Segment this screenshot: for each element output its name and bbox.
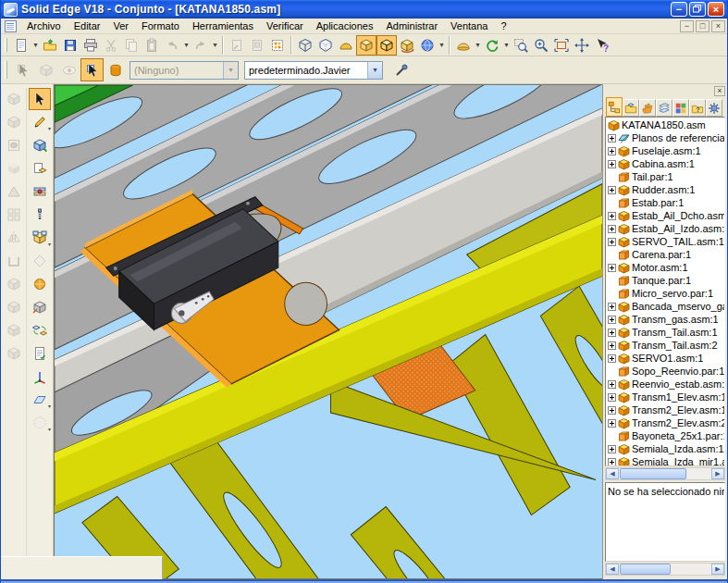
drag-part-button[interactable] xyxy=(29,296,51,318)
document-icon[interactable] xyxy=(5,20,17,32)
menu-ver[interactable]: Ver xyxy=(106,19,135,33)
expand-icon[interactable] xyxy=(608,160,616,168)
menu-verificar[interactable]: Verificar xyxy=(260,19,310,33)
expand-icon[interactable] xyxy=(608,445,616,453)
dropdown-caret-icon[interactable]: ▾ xyxy=(48,125,51,131)
zoom-button[interactable] xyxy=(531,35,551,56)
reference-plane-button[interactable]: ▾ xyxy=(29,389,51,411)
expand-icon[interactable] xyxy=(608,393,616,402)
tree-item-transm-tail-asm-1[interactable]: Transm_Tail.asm:1 xyxy=(608,326,724,339)
bolt-connection-button[interactable] xyxy=(29,204,51,226)
dropdown-caret-icon[interactable]: ▼ xyxy=(474,35,482,56)
dropdown-caret-icon[interactable]: ▼ xyxy=(438,35,446,56)
simplify-display-button[interactable] xyxy=(104,58,127,81)
dropdown-caret-icon[interactable]: ▾ xyxy=(48,426,51,432)
select-options-button[interactable] xyxy=(267,35,288,56)
view-shaded-edges-button[interactable] xyxy=(376,35,397,56)
tree-item-tail-par-1[interactable]: Tail.par:1 xyxy=(608,170,724,183)
edgebar-tab-options[interactable] xyxy=(706,99,722,117)
expand-icon[interactable] xyxy=(608,134,616,143)
tree-item-bayoneta-25x1-par-1[interactable]: Bayoneta_25x1.par:1 xyxy=(608,429,724,442)
menu-aplicaciones[interactable]: Aplicaciones xyxy=(310,19,380,33)
expand-icon[interactable] xyxy=(608,238,616,246)
tree-item-semiala-izda-mir1-asm-1[interactable]: Semiala_Izda_mir1.asm:1 xyxy=(608,455,724,466)
expand-icon[interactable] xyxy=(608,341,616,350)
restore-button[interactable] xyxy=(689,2,706,17)
zoom-area-button[interactable] xyxy=(511,35,531,56)
expand-icon[interactable] xyxy=(608,419,616,428)
tree-item-estab-ail-dcho-asm-1[interactable]: Estab_Ail_Dcho.asm:1 xyxy=(608,209,724,222)
pathfinder-hscrollbar[interactable]: ◀ ▶ xyxy=(605,467,725,480)
motor-button[interactable] xyxy=(29,273,51,295)
menu-formato[interactable]: Formato xyxy=(135,19,186,33)
tree-item-servo1-asm-1[interactable]: SERVO1.asm:1 xyxy=(608,352,724,365)
view-shading-button[interactable] xyxy=(336,35,356,56)
view-wireframe-button[interactable] xyxy=(295,35,315,56)
refresh-window-button[interactable] xyxy=(482,35,502,56)
expand-icon[interactable] xyxy=(608,354,616,363)
3d-viewport[interactable] xyxy=(54,84,602,579)
expand-icon[interactable] xyxy=(608,380,616,389)
menu-administrar[interactable]: Administrar xyxy=(379,19,444,33)
tree-item-semiala-izda-asm-1[interactable]: Semiala_Izda.asm:1 xyxy=(608,442,724,455)
tree-item-transm-gas-asm-1[interactable]: Transm_gas.asm:1 xyxy=(608,313,724,326)
view-orientation-button[interactable] xyxy=(417,35,438,56)
tree-item-transm-tail-asm-2[interactable]: Transm_Tail.asm:2 xyxy=(608,339,724,352)
replace-part-button[interactable] xyxy=(29,319,51,341)
edgebar-close-button[interactable]: × xyxy=(714,86,725,96)
edgebar-tab-family-of-assemblies[interactable] xyxy=(672,99,689,117)
scroll-right-icon[interactable]: ▶ xyxy=(711,564,724,575)
mdi-minimize-button[interactable]: − xyxy=(680,20,694,32)
expand-icon[interactable] xyxy=(608,212,616,220)
pattern-parts-button[interactable]: ▾ xyxy=(29,227,51,249)
tree-item-servo-tail-asm-1[interactable]: SERVO_TAIL.asm:1 xyxy=(608,235,724,248)
sketch-button[interactable]: ▾ xyxy=(29,111,51,133)
tree-item-sopo-reenvio-par-1[interactable]: Sopo_Reenvio.par:1 xyxy=(608,365,724,378)
dropdown-caret-icon[interactable]: ▼ xyxy=(182,35,191,56)
dropdown-caret-icon[interactable]: ▼ xyxy=(211,35,219,56)
expand-icon[interactable] xyxy=(608,406,616,415)
view-styles-button[interactable] xyxy=(453,35,474,56)
tree-item-tanque-par-1[interactable]: Tanque.par:1 xyxy=(608,274,724,287)
open-button[interactable] xyxy=(40,35,60,56)
tree-item-transm2-elev-asm-2[interactable]: Transm2_Elev.asm:2 xyxy=(608,416,724,429)
view-hidden-edges-button[interactable] xyxy=(315,35,336,56)
coordinate-system-button[interactable] xyxy=(29,366,51,388)
rotate-view-button[interactable] xyxy=(397,35,417,56)
expand-icon[interactable] xyxy=(608,186,616,194)
pan-button[interactable] xyxy=(572,35,592,56)
mdi-restore-button[interactable]: □ xyxy=(696,20,709,32)
fasten-button[interactable] xyxy=(29,180,51,203)
edgebar-tab-selection[interactable] xyxy=(639,99,656,117)
expand-icon[interactable] xyxy=(608,264,616,272)
close-button[interactable]: × xyxy=(708,2,724,17)
minimize-button[interactable]: − xyxy=(671,2,687,17)
edgebar-tab-pathfinder[interactable] xyxy=(606,97,623,117)
expand-icon[interactable] xyxy=(608,225,616,233)
mdi-close-button[interactable]: × xyxy=(711,20,725,32)
edgebar-tab-properties[interactable]: ? xyxy=(689,99,706,117)
toolbar-grip[interactable] xyxy=(5,61,7,79)
edgebar-tab-layers[interactable] xyxy=(656,99,672,117)
tree-item-bancada-mservo-gas-as[interactable]: Bancada_mservo_gas.as xyxy=(608,300,724,313)
scroll-left-icon[interactable]: ◀ xyxy=(606,468,619,479)
info-hscrollbar[interactable]: ◀ ▶ xyxy=(605,563,725,576)
tree-item-micro-servo-par-1[interactable]: Micro_servo.par:1 xyxy=(608,287,724,300)
place-part-button[interactable] xyxy=(29,134,51,156)
print-button[interactable] xyxy=(80,35,101,56)
scroll-left-icon[interactable]: ◀ xyxy=(606,564,619,575)
tree-item-estab-par-1[interactable]: Estab.par:1 xyxy=(608,196,724,209)
dropdown-caret-icon[interactable]: ▾ xyxy=(48,241,51,247)
select-tool-button[interactable] xyxy=(29,88,51,110)
expand-icon[interactable] xyxy=(608,303,616,311)
new-document-button[interactable] xyxy=(11,35,31,56)
save-button[interactable] xyxy=(60,35,80,56)
tree-item-motor-asm-1[interactable]: Motor.asm:1 xyxy=(608,261,724,274)
tree-item-rudder-asm-1[interactable]: Rudder.asm:1 xyxy=(608,183,724,196)
tree-item-transm2-elev-asm-1[interactable]: Transm2_Elev.asm:1 xyxy=(608,403,724,416)
display-config-combo[interactable]: predeterminado.Javier ▼ xyxy=(244,61,383,80)
expand-icon[interactable] xyxy=(608,329,616,337)
tree-item-transm1-elev-asm-1[interactable]: Transm1_Elev.asm:1 xyxy=(608,391,724,403)
tree-item-katana1850-asm[interactable]: KATANA1850.asm xyxy=(608,118,724,131)
edgebar-tab-feature-library[interactable] xyxy=(623,99,639,117)
